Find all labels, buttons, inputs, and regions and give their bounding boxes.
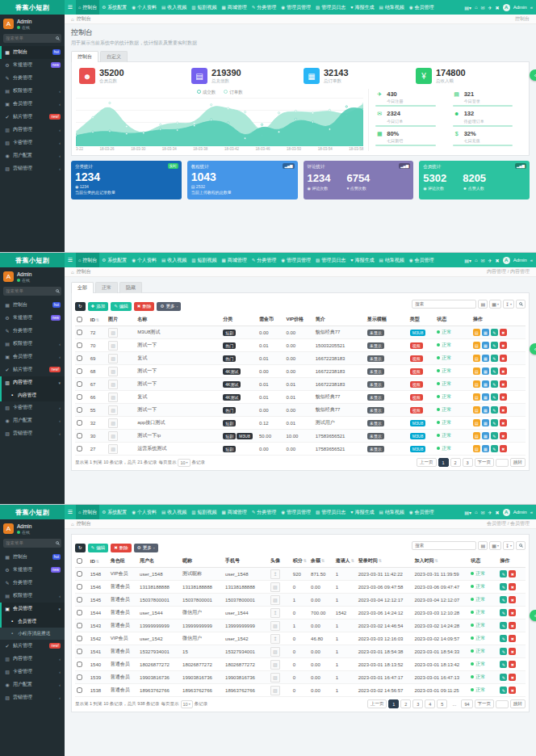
nav-item-8[interactable]: ▧管理员日志 (313, 253, 348, 267)
tabs-list-icon[interactable]: ▤▾ (464, 5, 471, 10)
table-row[interactable]: 67▨测试一下4K测试0.010.0116672238183未显示视频正常▤▦✎… (75, 378, 526, 391)
close-all-icon[interactable]: ✖ (496, 258, 500, 263)
page-jump-input[interactable] (496, 459, 509, 467)
nav-item-3[interactable]: ▤收入视频 (159, 0, 189, 15)
more-button[interactable]: ⚙更多▾ (134, 544, 158, 552)
nav-item-4[interactable]: ▥短剧视频 (189, 505, 219, 519)
page-button-下一页[interactable]: 下一页 (475, 699, 495, 708)
table-row[interactable]: 66▨复试4K测试0.010.01貌似经典77未显示视频正常▤▦✎✖ (75, 391, 526, 404)
row-checkbox[interactable] (77, 636, 82, 641)
page-size-select[interactable]: 10▾ (181, 700, 193, 708)
table-row[interactable]: 1544普通会员user_1544微信用户user_1544↥0700.0015… (75, 607, 526, 620)
table-row[interactable]: 1540普通会员18026877272180268772721802687727… (75, 658, 526, 671)
user-name[interactable]: Admin (513, 258, 527, 262)
nav-item-0[interactable]: ⌂控制台 (76, 0, 99, 15)
legend-item-0[interactable]: 成交数 (197, 90, 216, 95)
edit-row-button[interactable]: ✎ (491, 393, 498, 401)
sidebar-item-1[interactable]: ⚙常规管理new (0, 59, 65, 72)
delete-row-button[interactable]: ✖ (509, 609, 516, 616)
page-button-2[interactable]: 2 (400, 699, 411, 708)
plane-icon[interactable]: ✈ (488, 258, 492, 263)
nav-item-11[interactable]: ◉会员管理 (407, 253, 437, 267)
tab-1[interactable]: 自定义 (100, 51, 128, 62)
row-checkbox[interactable] (77, 433, 82, 439)
nav-item-9[interactable]: ♥海报生成 (348, 253, 376, 267)
edit-row-button[interactable]: ✎ (491, 342, 498, 349)
row-checkbox[interactable] (77, 368, 82, 374)
edit-row-button[interactable]: ✎ (500, 583, 507, 590)
detail-button[interactable]: ▤ (473, 380, 480, 388)
copy-button[interactable]: ▦ (482, 368, 489, 375)
sidebar-item-7[interactable]: ▧卡密管理‹ (0, 401, 65, 414)
nav-item-9[interactable]: ♥海报生成 (348, 0, 376, 15)
sidebar-subitem-1[interactable]: ▪小程序消息推送 (0, 628, 65, 640)
delete-row-button[interactable]: ✖ (509, 596, 516, 603)
page-jump-input[interactable] (496, 700, 509, 708)
sidebar-subitem-0[interactable]: ▪内容管理 (0, 389, 65, 401)
nav-item-7[interactable]: ◉管理员管理 (278, 253, 313, 267)
select-all-checkbox[interactable] (77, 317, 82, 322)
table-row[interactable]: 1541普通会员153279340011515327934001▨00.0012… (75, 645, 526, 658)
edit-row-button[interactable]: ✎ (491, 432, 498, 439)
sidebar-item-2[interactable]: ✎分类管理 (0, 325, 65, 338)
table-row[interactable]: 68▨测试一下4K测试0.000.0016672238183未显示视频正常▤▦✎… (75, 365, 526, 378)
user-avatar[interactable]: A (503, 4, 510, 11)
sidebar-item-6[interactable]: ▥内容管理▾ (0, 376, 65, 389)
sort-icon[interactable]: ⇅ (96, 559, 99, 564)
delete-row-button[interactable]: ✖ (509, 635, 516, 642)
nav-item-10[interactable]: ▤结算视频 (377, 505, 407, 519)
sidebar-item-0[interactable]: ▦控制台hot (0, 299, 65, 312)
row-checkbox[interactable] (77, 407, 82, 413)
tabs-list-icon[interactable]: ▤▾ (464, 258, 471, 263)
sidebar-item-4[interactable]: ▣会员管理‹ (0, 351, 65, 363)
edit-row-button[interactable]: ✎ (500, 570, 507, 578)
columns-button[interactable]: ▦▾ (489, 300, 501, 309)
sidebar-item-0[interactable]: ▦控制台hot (0, 551, 65, 564)
edit-row-button[interactable]: ✎ (491, 368, 498, 375)
detail-button[interactable]: ▤ (473, 393, 480, 401)
more-button[interactable]: ⚙更多▾ (157, 302, 181, 311)
delete-row-button[interactable]: ✖ (509, 570, 516, 578)
sidebar-item-5[interactable]: ✔贴片管理new! (0, 640, 65, 653)
message-icon[interactable]: ✉ (481, 510, 485, 515)
sidebar-item-8[interactable]: ◉用户配置‹ (0, 414, 65, 427)
quick-action-button[interactable]: ‹ (530, 69, 536, 81)
delete-row-button[interactable]: ✖ (509, 622, 516, 629)
sort-icon[interactable]: ⇅ (379, 558, 382, 563)
delete-row-button[interactable]: ✖ (500, 406, 507, 414)
sidebar-item-9[interactable]: ▨营销管理‹ (0, 427, 65, 440)
delete-button[interactable]: ✖删除 (134, 302, 155, 311)
edit-button[interactable]: ✎编辑 (111, 302, 132, 311)
edit-row-button[interactable]: ✎ (491, 445, 498, 452)
sidebar-item-9[interactable]: ▨营销管理‹ (0, 691, 65, 704)
table-row[interactable]: 32▨app接口测试短剧0.120.01测试用户未显示M3U8正常▤▦✎✖ (75, 417, 526, 430)
nav-item-2[interactable]: ◉个人资料 (129, 0, 159, 15)
edit-row-button[interactable]: ✎ (500, 687, 507, 694)
row-checkbox[interactable] (77, 597, 82, 603)
page-button-5[interactable]: 5 (437, 699, 447, 708)
nav-item-11[interactable]: ◉会员管理 (407, 505, 437, 519)
refresh-button[interactable]: ↻ (75, 302, 86, 311)
quick-action-button[interactable]: ‹ (530, 343, 536, 355)
sidebar-item-3[interactable]: ▤权限管理‹ (0, 338, 65, 351)
edit-row-button[interactable]: ✎ (491, 380, 498, 388)
nav-item-1[interactable]: ⚙系统配置 (99, 0, 129, 15)
table-row[interactable]: 70▨测试一下热门0.010.0015003205521未显示视频正常▤▦✎✖ (75, 339, 526, 352)
page-button-1[interactable]: 1 (438, 458, 449, 467)
delete-row-button[interactable]: ✖ (500, 380, 507, 388)
copy-button[interactable]: ▦ (482, 380, 489, 388)
edit-button[interactable]: ✎编辑 (88, 544, 109, 552)
sidebar-item-6[interactable]: ▥内容管理‹ (0, 653, 65, 666)
table-row[interactable]: 1546普通会员13138188888131381888881313818888… (75, 581, 526, 594)
copy-button[interactable]: ▦ (482, 432, 489, 439)
common-search-button[interactable]: ▤ (478, 541, 488, 550)
copy-button[interactable]: ▦ (482, 445, 489, 452)
delete-row-button[interactable]: ✖ (500, 393, 507, 401)
nav-item-3[interactable]: ▤收入视频 (159, 505, 189, 519)
page-button-上一页[interactable]: 上一页 (367, 699, 387, 708)
delete-row-button[interactable]: ✖ (509, 583, 516, 590)
sort-icon[interactable]: ⇅ (96, 317, 99, 322)
nav-item-7[interactable]: ◉管理员管理 (278, 505, 313, 519)
nav-item-10[interactable]: ▤结算视频 (377, 253, 407, 267)
sidebar-item-0[interactable]: ▦控制台hot (0, 46, 65, 59)
